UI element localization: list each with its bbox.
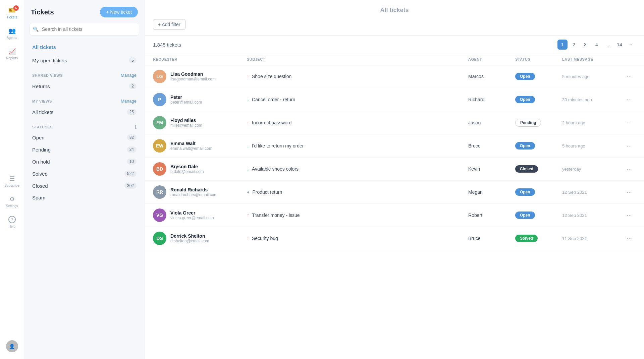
table-row[interactable]: RR Ronald Richards ronaldrochars@email.c… <box>145 181 644 204</box>
subject-cell: ↑ Transfer money - issue <box>247 213 468 218</box>
page-2-button[interactable]: 2 <box>569 40 579 50</box>
sidebar-item-settings[interactable]: ⚙ Settings <box>3 193 21 211</box>
main-content: All tickets + Add filter 1,845 tickets 1… <box>145 0 644 359</box>
table-row[interactable]: LG Lisa Goodman lisagoodman@email.com ↑ … <box>145 65 644 88</box>
table-row[interactable]: DS Derrick Shelton d.shelton@email.com ↑… <box>145 227 644 250</box>
page-14-button[interactable]: 14 <box>614 40 625 50</box>
status-pending-row[interactable]: Pending 24 <box>30 144 139 155</box>
agent-cell: Kevin <box>468 166 515 172</box>
status-cell: Pending <box>515 119 562 127</box>
subscribe-label: Subscribe <box>4 184 19 187</box>
pagination: 1 2 3 4 ... 14 → <box>557 40 636 50</box>
requester-email: ronaldrochars@email.com <box>170 192 217 197</box>
table-row[interactable]: EW Emma Walt emma.walt@email.com ↓ I'd l… <box>145 134 644 158</box>
sidebar-item-subscribe[interactable]: ☰ Subscribe <box>3 172 21 190</box>
priority-low-icon: ↓ <box>247 166 249 172</box>
subject-cell: ↑ Incorrect password <box>247 120 468 125</box>
more-options-button[interactable]: ··· <box>623 73 636 80</box>
shared-views-label: SHARED VIEWS <box>32 73 63 77</box>
help-icon: ? <box>8 216 16 223</box>
requester-email: emma.walt@email.com <box>170 146 212 151</box>
search-input[interactable] <box>30 23 139 36</box>
avatar: P <box>153 93 166 106</box>
nav-all-tickets[interactable]: All tickets <box>30 41 139 53</box>
requester-info: Ronald Richards ronaldrochars@email.com <box>170 187 217 197</box>
table-row[interactable]: FM Floyd Miles miles@email.com ↑ Incorre… <box>145 111 644 134</box>
avatar: EW <box>153 139 166 153</box>
subject-cell: ● Product return <box>247 189 468 195</box>
sidebar-title: Tickets <box>31 8 54 16</box>
status-cell: Open <box>515 212 562 219</box>
status-badge: Open <box>515 142 535 149</box>
subject-cell: ↑ Security bug <box>247 236 468 241</box>
subject-text: Cancel order - return <box>252 97 295 102</box>
more-options-button[interactable]: ··· <box>623 166 636 173</box>
more-options-button[interactable]: ··· <box>623 235 636 242</box>
status-closed-count: 302 <box>124 183 137 189</box>
last-message-cell: 5 hours ago <box>562 143 623 148</box>
table-row[interactable]: BD Bryson Dale b.dale@email.com ↓ Availa… <box>145 158 644 181</box>
last-message-cell: 2 hours ago <box>562 120 623 125</box>
avatar[interactable]: 👤 <box>6 340 18 352</box>
sidebar-item-reports[interactable]: 📈 Reports <box>3 45 21 63</box>
sidebar: Tickets + New ticket 🔍 All tickets My op… <box>24 0 145 359</box>
requester-cell: LG Lisa Goodman lisagoodman@email.com <box>153 70 247 83</box>
my-open-tickets-count: 5 <box>129 57 137 63</box>
subject-text: Product return <box>252 189 282 195</box>
page-4-button[interactable]: 4 <box>592 40 602 50</box>
filter-bar: + Add filter <box>153 19 636 35</box>
my-views-label: MY VIEWS <box>32 99 52 103</box>
nav-my-open-tickets[interactable]: My open tickets 5 <box>30 54 139 67</box>
tickets-label: Tickets <box>7 15 17 19</box>
status-spam-label: Spam <box>32 195 45 200</box>
add-filter-button[interactable]: + Add filter <box>153 19 185 30</box>
status-onhold-row[interactable]: On hold 10 <box>30 156 139 167</box>
new-ticket-button[interactable]: + New ticket <box>100 7 138 17</box>
status-cell: Open <box>515 142 562 149</box>
nav-all-tickets-myview[interactable]: All tickets 25 <box>30 106 139 118</box>
settings-icon: ⚙ <box>8 195 16 203</box>
priority-high-icon: ↑ <box>247 74 249 79</box>
status-cell: Open <box>515 73 562 80</box>
my-views-manage[interactable]: Manage <box>121 99 137 104</box>
status-solved-row[interactable]: Solved 522 <box>30 168 139 179</box>
sidebar-item-tickets[interactable]: 🎫 Tickets 5 <box>3 4 21 22</box>
shared-views-section-header: SHARED VIEWS Manage <box>30 67 139 80</box>
subject-text: Shoe size question <box>252 74 291 79</box>
requester-email: peter@email.com <box>170 100 202 105</box>
last-message-cell: 12 Sep 2021 <box>562 190 623 195</box>
more-options-button[interactable]: ··· <box>623 189 636 196</box>
requester-name: Ronald Richards <box>170 187 217 192</box>
status-spam-row[interactable]: Spam <box>30 192 139 203</box>
status-closed-label: Closed <box>32 183 48 189</box>
last-message-cell: 5 minutes ago <box>562 74 623 79</box>
avatar: FM <box>153 116 166 129</box>
col-last-message: LAST MESSAGE <box>562 57 623 61</box>
agent-cell: Richard <box>468 97 515 102</box>
table-row[interactable]: P Peter peter@email.com ↓ Cancel order -… <box>145 88 644 111</box>
more-options-button[interactable]: ··· <box>623 96 636 103</box>
status-closed-row[interactable]: Closed 302 <box>30 180 139 191</box>
tickets-badge: 5 <box>13 5 19 11</box>
page-ellipsis: ... <box>603 40 613 50</box>
status-pending-count: 24 <box>127 146 137 153</box>
sidebar-item-help[interactable]: ? Help <box>3 213 21 231</box>
more-options-button[interactable]: ··· <box>623 212 636 219</box>
status-open-count: 32 <box>127 134 137 140</box>
nav-returns[interactable]: Returns 2 <box>30 80 139 93</box>
page-1-button[interactable]: 1 <box>557 40 568 50</box>
table-row[interactable]: VG Viola Greer violea.greer@email.com ↑ … <box>145 204 644 227</box>
agent-cell: Bruce <box>468 236 515 241</box>
page-3-button[interactable]: 3 <box>580 40 590 50</box>
all-tickets-myview-count: 25 <box>127 109 137 115</box>
more-options-button[interactable]: ··· <box>623 142 636 149</box>
avatar: DS <box>153 232 166 245</box>
sidebar-item-agents[interactable]: 👥 Agents <box>3 24 21 42</box>
subject-text: Incorrect password <box>252 120 291 125</box>
shared-views-manage[interactable]: Manage <box>121 73 137 78</box>
ticket-rows: LG Lisa Goodman lisagoodman@email.com ↑ … <box>145 65 644 250</box>
more-options-button[interactable]: ··· <box>623 119 636 126</box>
status-open-row[interactable]: Open 32 <box>30 132 139 143</box>
priority-low-icon: ↓ <box>247 97 249 102</box>
page-next-button[interactable]: → <box>626 40 636 50</box>
